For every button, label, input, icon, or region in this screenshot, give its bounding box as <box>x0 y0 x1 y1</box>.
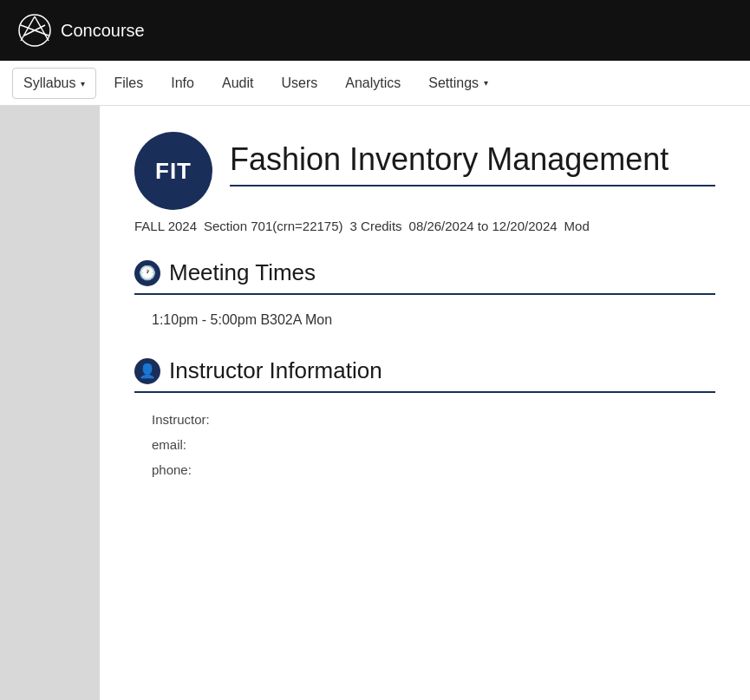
syllabus-dropdown-arrow: ▾ <box>81 79 85 88</box>
phone-label: phone: <box>152 462 192 477</box>
course-title-area: Fashion Inventory Management <box>230 141 715 186</box>
course-mode: Mod <box>564 219 590 233</box>
person-icon: 👤 <box>134 358 160 384</box>
course-title: Fashion Inventory Management <box>230 141 715 178</box>
instructor-name-field: Instructor: <box>134 407 715 432</box>
course-logo-abbr: FIT <box>155 158 192 185</box>
top-navbar: Concourse <box>0 0 750 61</box>
nav-item-syllabus[interactable]: Syllabus ▾ <box>12 68 96 99</box>
app-name: Concourse <box>61 21 145 41</box>
nav-item-analytics[interactable]: Analytics <box>331 61 414 105</box>
instructor-email-field: email: <box>134 432 715 457</box>
sidebar <box>0 106 100 700</box>
meeting-times-title: Meeting Times <box>169 259 316 286</box>
course-credits: 3 Credits <box>350 219 402 233</box>
course-meta: FALL 2024 Section 701(crn=22175) 3 Credi… <box>134 219 715 233</box>
course-term: FALL 2024 <box>134 219 197 233</box>
concourse-logo-icon <box>17 13 52 48</box>
meeting-time-value: 1:10pm - 5:00pm B302A Mon <box>134 309 715 331</box>
course-dates: 08/26/2024 to 12/20/2024 <box>409 219 558 233</box>
meeting-times-header: 🕐 Meeting Times <box>134 259 715 295</box>
course-logo: FIT <box>134 132 212 210</box>
instructor-header: 👤 Instructor Information <box>134 357 715 393</box>
course-header: FIT Fashion Inventory Management <box>134 132 715 210</box>
nav-item-files[interactable]: Files <box>100 61 157 105</box>
clock-icon: 🕐 <box>134 260 160 286</box>
instructor-title: Instructor Information <box>169 357 382 384</box>
meeting-times-section: 🕐 Meeting Times 1:10pm - 5:00pm B302A Mo… <box>134 259 715 331</box>
logo-area: Concourse <box>17 13 145 48</box>
email-label: email: <box>152 437 186 452</box>
content-panel: FIT Fashion Inventory Management FALL 20… <box>100 106 750 700</box>
secondary-nav: Syllabus ▾ Files Info Audit Users Analyt… <box>0 61 750 106</box>
nav-item-info[interactable]: Info <box>157 61 208 105</box>
settings-dropdown-arrow: ▾ <box>484 78 488 88</box>
main-content: FIT Fashion Inventory Management FALL 20… <box>0 106 750 700</box>
nav-item-audit[interactable]: Audit <box>208 61 267 105</box>
nav-item-settings[interactable]: Settings ▾ <box>414 61 502 105</box>
instructor-section: 👤 Instructor Information Instructor: ema… <box>134 357 715 482</box>
nav-item-users[interactable]: Users <box>267 61 331 105</box>
instructor-label: Instructor: <box>152 412 210 427</box>
instructor-phone-field: phone: <box>134 457 715 482</box>
course-section: Section 701(crn=22175) <box>204 219 343 233</box>
